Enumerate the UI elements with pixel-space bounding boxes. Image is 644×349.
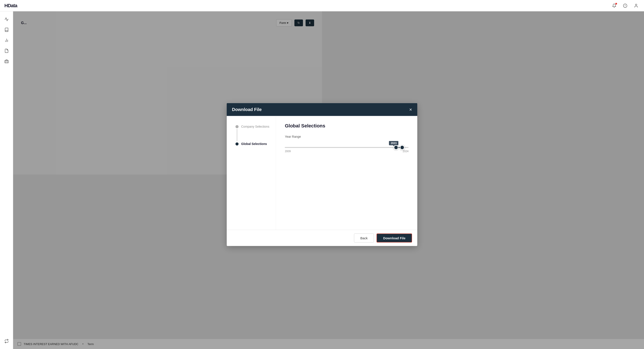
step-1-circle xyxy=(236,125,238,128)
sidebar-item-briefcase[interactable] xyxy=(2,57,11,66)
year-range-label: Year Range xyxy=(285,135,322,138)
modal-body: Company Selections Global Selections Glo… xyxy=(227,116,322,175)
sidebar xyxy=(0,11,13,174)
logo: HData xyxy=(4,3,17,8)
step-1: Company Selections xyxy=(236,125,269,142)
sidebar-item-charts[interactable] xyxy=(2,36,11,45)
step-1-label: Company Selections xyxy=(241,125,269,128)
top-header: HData xyxy=(0,0,322,11)
step-2: Global Selections xyxy=(236,142,269,146)
download-file-modal: Download File × Company Selections Globa… xyxy=(227,103,322,175)
sidebar-item-reports[interactable] xyxy=(2,25,11,34)
svg-rect-7 xyxy=(4,60,8,63)
slider-min-label: 2009 xyxy=(285,150,291,153)
stepper: Company Selections Global Selections xyxy=(227,116,276,175)
slider-track: 2023 xyxy=(285,147,322,148)
slider-labels: 2009 2024 xyxy=(285,150,322,153)
sidebar-item-documents[interactable] xyxy=(2,46,11,55)
step-1-connector xyxy=(236,125,238,142)
step-2-circle xyxy=(236,143,238,146)
step-1-line xyxy=(237,129,237,141)
section-title: Global Selections xyxy=(285,123,322,129)
step-2-connector xyxy=(236,142,238,146)
modal-header: Download File × xyxy=(227,103,322,116)
sidebar-item-trends[interactable] xyxy=(2,15,11,24)
step-2-label: Global Selections xyxy=(241,142,267,146)
modal-content-area: Global Selections Year Range 2023 xyxy=(276,116,322,175)
year-range-slider-container: 2023 2009 2024 xyxy=(285,143,322,159)
modal-title: Download File xyxy=(232,107,262,112)
